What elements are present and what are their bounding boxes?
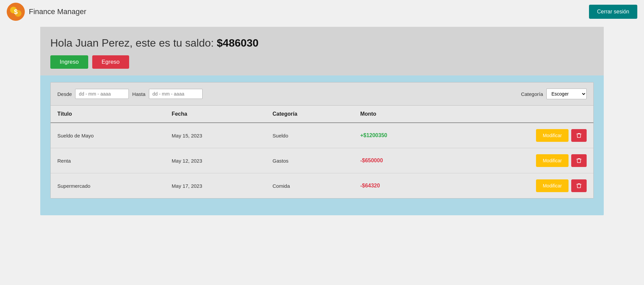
modificar-button[interactable]: Modificar [536, 154, 569, 167]
cell-fecha: May 12, 2023 [165, 148, 266, 173]
trash-icon [576, 158, 582, 164]
filter-row: Desde Hasta Categoría Escoger Sueldo Gas… [51, 82, 593, 106]
action-buttons: Ingreso Egreso [50, 55, 594, 69]
cell-fecha: May 17, 2023 [165, 173, 266, 198]
balance-section: Hola Juan Perez, este es tu saldo: $4860… [40, 27, 604, 75]
col-actions [446, 106, 593, 123]
cell-monto: -$64320 [354, 173, 446, 198]
ingreso-button[interactable]: Ingreso [50, 55, 88, 69]
categoria-label: Categoría [521, 91, 543, 97]
table-header: Título Fecha Categoría Monto [51, 106, 593, 123]
modificar-button[interactable]: Modificar [536, 179, 569, 192]
transactions-container: Desde Hasta Categoría Escoger Sueldo Gas… [50, 82, 594, 198]
cell-categoria: Sueldo [266, 123, 354, 148]
main-content: Hola Juan Perez, este es tu saldo: $4860… [40, 27, 604, 215]
table-body: Sueldo de Mayo May 15, 2023 Sueldo +$120… [51, 123, 593, 198]
desde-label: Desde [57, 91, 72, 97]
col-titulo: Título [51, 106, 165, 123]
greeting-text: Hola Juan Perez, este es tu saldo: [50, 37, 214, 49]
row-actions: Modificar [453, 129, 587, 142]
col-monto: Monto [354, 106, 446, 123]
delete-button[interactable] [571, 129, 587, 142]
table-header-row: Título Fecha Categoría Monto [51, 106, 593, 123]
cell-categoria: Comida [266, 173, 354, 198]
cell-fecha: May 15, 2023 [165, 123, 266, 148]
app-header: $ Finance Manager Cerrar sesión [0, 0, 644, 23]
desde-input[interactable] [75, 89, 129, 99]
row-actions: Modificar [453, 154, 587, 167]
modificar-button[interactable]: Modificar [536, 129, 569, 142]
svg-text:$: $ [14, 8, 17, 15]
trash-icon [576, 183, 582, 189]
cell-actions: Modificar [446, 148, 593, 173]
cell-monto: +$1200350 [354, 123, 446, 148]
trash-icon [576, 132, 582, 138]
egreso-button[interactable]: Egreso [92, 55, 129, 69]
delete-button[interactable] [571, 179, 587, 192]
cell-monto: -$650000 [354, 148, 446, 173]
cell-categoria: Gastos [266, 148, 354, 173]
app-logo-icon: $ [7, 3, 25, 21]
app-title: Finance Manager [29, 7, 86, 16]
col-fecha: Fecha [165, 106, 266, 123]
delete-button[interactable] [571, 154, 587, 167]
header-left: $ Finance Manager [7, 3, 86, 21]
row-actions: Modificar [453, 179, 587, 192]
transactions-table: Título Fecha Categoría Monto Sueldo de M… [51, 106, 593, 198]
table-row: Supermercado May 17, 2023 Comida -$64320… [51, 173, 593, 198]
table-row: Renta May 12, 2023 Gastos -$650000 Modif… [51, 148, 593, 173]
cell-titulo: Renta [51, 148, 165, 173]
hasta-input[interactable] [149, 89, 203, 99]
cell-titulo: Supermercado [51, 173, 165, 198]
cell-actions: Modificar [446, 173, 593, 198]
logout-button[interactable]: Cerrar sesión [589, 5, 637, 19]
table-row: Sueldo de Mayo May 15, 2023 Sueldo +$120… [51, 123, 593, 148]
balance-amount: $486030 [217, 37, 259, 49]
cell-titulo: Sueldo de Mayo [51, 123, 165, 148]
hasta-label: Hasta [132, 91, 145, 97]
col-categoria: Categoría [266, 106, 354, 123]
balance-greeting: Hola Juan Perez, este es tu saldo: $4860… [50, 37, 594, 49]
cell-actions: Modificar [446, 123, 593, 148]
categoria-select[interactable]: Escoger Sueldo Gastos Comida Transporte … [546, 89, 587, 99]
